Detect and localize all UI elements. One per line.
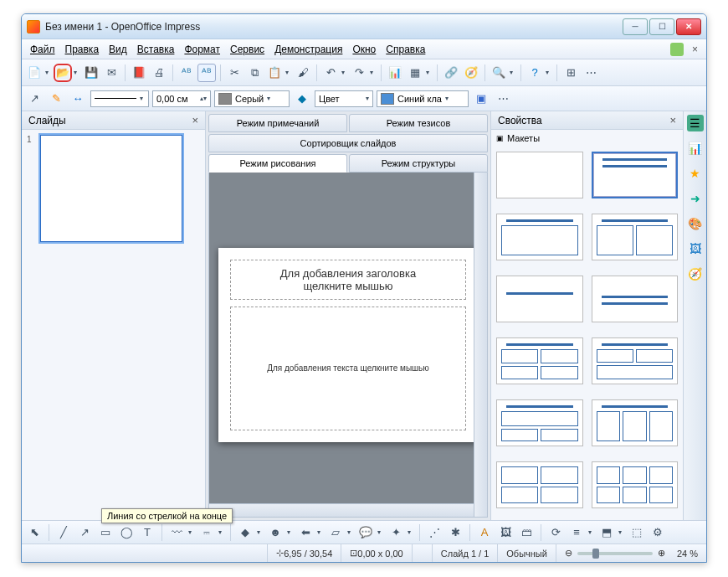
symbol-shapes-tool[interactable]: ☻ [266,523,285,542]
align-tool[interactable]: ≡ [567,523,586,542]
extension-button[interactable]: ⋯ [582,64,600,82]
properties-panel-close[interactable]: × [669,114,676,126]
sidebar-animation-icon[interactable]: ★ [687,165,704,182]
zoom-in-button[interactable]: ⊕ [658,548,665,559]
slide-editor[interactable]: Для добавления заголовка щелкните мышью … [208,173,488,518]
select-tool[interactable]: ⬉ [25,523,44,542]
rotate-tool[interactable]: ⟳ [546,523,565,542]
glue-tool[interactable]: ✱ [446,523,464,542]
help-button[interactable]: ? [525,64,544,82]
close-doc-button[interactable]: × [687,42,703,57]
extrusion-tool[interactable]: ⬚ [628,523,646,542]
tab-outline[interactable]: Режим структуры [349,154,488,173]
tab-sorter[interactable]: Сортировщик слайдов [208,134,488,152]
email-button[interactable]: ✉ [102,64,120,82]
menu-tools[interactable]: Сервис [225,41,269,58]
format-paint-button[interactable]: 🖌 [294,64,312,82]
maximize-button[interactable]: ☐ [649,18,674,35]
tab-handout[interactable]: Режим тезисов [349,114,488,132]
table-button[interactable]: ▦ [406,64,424,82]
curve-tool[interactable]: 〰 [167,523,186,542]
close-button[interactable]: ✕ [676,18,701,35]
open-button[interactable]: 📂 [54,64,72,82]
undo-button[interactable]: ↶ [321,64,340,82]
zoom-button[interactable]: 🔍 [490,64,508,82]
line-style-button[interactable]: ✎ [47,90,65,108]
fill-type-combo[interactable]: Цвет▾ [315,90,373,107]
horizontal-scrollbar[interactable] [209,503,474,517]
slide-thumbnail-1[interactable] [40,135,182,242]
layout-2x1[interactable] [592,337,679,384]
cut-button[interactable]: ✂ [225,64,244,82]
arrow-ends-button[interactable]: ↔ [69,90,87,108]
flowchart-tool[interactable]: ▱ [326,523,345,542]
fill-color-combo[interactable]: Синий кла▾ [377,90,469,107]
autospell-button[interactable]: ᴬᴮ [197,64,216,82]
new-button[interactable]: 📄 [25,64,44,82]
gallery-tool[interactable]: 🗃 [517,523,536,542]
layout-grid4[interactable] [496,461,583,508]
layout-blank[interactable] [496,152,583,198]
ellipse-tool[interactable]: ◯ [117,523,136,542]
print-button[interactable]: 🖨 [150,64,168,82]
menu-insert[interactable]: Вставка [132,41,180,58]
sidebar-properties-icon[interactable]: ☰ [687,115,704,131]
layout-centered[interactable] [592,276,679,322]
fontwork-tool[interactable]: A [475,523,494,542]
text-tool[interactable]: T [138,523,156,542]
paste-button[interactable]: 📋 [265,64,284,82]
zoom-out-button[interactable]: ⊖ [565,548,572,559]
menu-help[interactable]: Справка [381,41,430,58]
update-icon[interactable] [670,43,684,56]
shadow-button[interactable]: ▣ [472,90,490,108]
arrow-line-tool[interactable]: ↗ [75,523,94,542]
hyperlink-button[interactable]: 🔗 [442,64,460,82]
arrow-style-button[interactable]: ↗ [25,90,44,108]
status-layout[interactable]: Обычный [498,544,556,562]
menu-edit[interactable]: Правка [60,41,105,58]
tab-notes[interactable]: Режим примечаний [208,114,347,132]
layout-title[interactable] [496,276,583,322]
sidebar-master-icon[interactable]: 📊 [687,140,704,157]
line-color-combo[interactable]: Серый▾ [214,90,290,107]
menu-format[interactable]: Формат [179,41,225,58]
menu-slideshow[interactable]: Демонстрация [269,41,347,58]
connector-tool[interactable]: ⎓ [197,523,216,542]
title-placeholder[interactable]: Для добавления заголовка щелкните мышью [230,260,466,300]
export-pdf-button[interactable]: 📕 [130,64,148,82]
copy-button[interactable]: ⧉ [245,64,264,82]
minimize-button[interactable]: ─ [623,18,648,35]
menu-file[interactable]: Файл [25,41,60,58]
chart-button[interactable]: 📊 [386,64,404,82]
interaction-tool[interactable]: ⚙ [649,523,667,542]
save-button[interactable]: 💾 [82,64,100,82]
layouts-section-header[interactable]: ▣Макеты [491,130,683,147]
callout-tool[interactable]: 💬 [356,523,375,542]
navigator-button[interactable]: 🧭 [462,64,480,82]
menu-window[interactable]: Окно [347,41,381,58]
stars-tool[interactable]: ✦ [387,523,405,542]
rect-tool[interactable]: ▭ [96,523,115,542]
layout-title-content[interactable] [592,152,679,198]
grid-button[interactable]: ⊞ [561,64,580,82]
basic-shapes-tool[interactable]: ◆ [236,523,254,542]
arrange-tool[interactable]: ⬒ [597,523,616,542]
layout-two-content[interactable] [592,214,679,260]
area-button[interactable]: ◆ [293,90,311,108]
zoom-slider[interactable] [577,552,653,555]
menu-view[interactable]: Вид [104,41,132,58]
line-width-input[interactable]: 0,00 см▴▾ [152,90,211,107]
sidebar-gallery-icon[interactable]: 🖼 [687,240,704,257]
block-arrows-tool[interactable]: ⬅ [296,523,315,542]
layout-grid6[interactable] [592,461,679,508]
slides-panel-close[interactable]: × [192,114,198,126]
from-file-tool[interactable]: 🖼 [496,523,515,542]
layout-2x2[interactable] [496,337,583,384]
layout-3col[interactable] [592,399,679,446]
body-placeholder[interactable]: Для добавления текста щелкните мышью [230,307,466,430]
layout-title-only[interactable] [496,214,583,260]
line-style-combo[interactable]: ▾ [90,90,149,107]
toolbar-more[interactable]: ⋯ [494,90,512,108]
tab-drawing[interactable]: Режим рисования [208,154,347,173]
vertical-scrollbar[interactable] [474,173,487,517]
